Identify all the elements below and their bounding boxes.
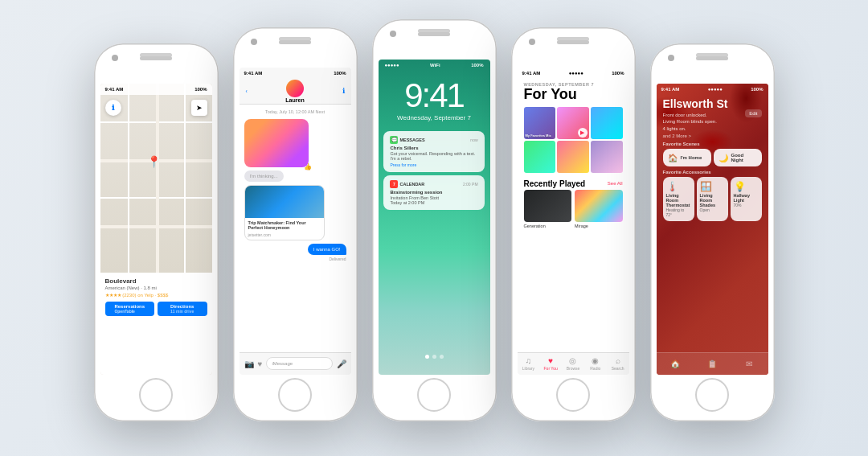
library-icon: ♫	[526, 356, 532, 365]
camera	[112, 55, 118, 61]
tab-radio[interactable]: ◉ Radio	[584, 356, 607, 371]
music-section-title: For You	[524, 87, 623, 103]
accessory-thermostat[interactable]: 🌡️ Living Room Thermostat Heating to 72°	[663, 177, 694, 221]
notif-press-more: Press for more	[390, 162, 477, 167]
music-screen: 9:41 AM ●●●●● 100% WEDNESDAY, SEPTEMBER …	[518, 68, 629, 375]
accessories-grid: 🌡️ Living Room Thermostat Heating to 72°…	[663, 177, 762, 221]
shades-status: Open	[700, 207, 725, 212]
scene-im-home[interactable]: 🏠 I'm Home	[663, 149, 711, 166]
lock-battery: 100%	[471, 63, 483, 68]
accessory-shades[interactable]: 🪟 Living Room Shades Open	[697, 177, 728, 221]
tab-rooms[interactable]: 📋	[694, 359, 731, 368]
home-more[interactable]: and 2 More >	[663, 134, 762, 138]
back-button[interactable]: ‹	[246, 88, 248, 94]
messages-app-icon: 💬	[390, 136, 398, 144]
album-6[interactable]	[591, 141, 623, 173]
accessory-light[interactable]: 💡 Hallway Light 70%	[731, 177, 762, 221]
info-button[interactable]: ℹ	[342, 87, 345, 95]
maps-info-btn[interactable]: ℹ	[105, 100, 121, 116]
heart-icon[interactable]: ♥	[258, 359, 263, 368]
restaurant-rating: ★★★★ (2230) on Yelp · $$$$	[105, 292, 207, 298]
scene-good-night[interactable]: 🌙 Good Night	[714, 149, 762, 166]
recent-item-2[interactable]: Mirage	[575, 190, 623, 230]
light-status: 70%	[734, 203, 759, 207]
camera-icon[interactable]: 📷	[244, 359, 254, 368]
message-input[interactable]: iMessage	[266, 357, 332, 370]
albums-grid: My Favorites Mix ▶	[518, 104, 629, 175]
maps-pin: 📍	[147, 155, 161, 168]
album-3[interactable]	[591, 107, 623, 139]
calendar-app-icon: 7	[390, 180, 398, 188]
speaker	[140, 56, 172, 60]
album-favorites[interactable]: My Favorites Mix	[524, 107, 556, 139]
for-you-label: For You	[544, 366, 558, 371]
for-you-icon: ♥	[548, 356, 553, 365]
notification-calendar[interactable]: 7 CALENDAR 2:00 PM Brainstorming session…	[383, 175, 484, 210]
home-location: Ellsworth St	[663, 98, 762, 110]
tab-for-you[interactable]: ♥ For You	[539, 356, 562, 371]
home-status-bar: 9:41 AM ●●●●● 100%	[657, 84, 768, 95]
favorite-accessories-label: Favorite Accessories	[663, 170, 762, 175]
tab-automation[interactable]: ✉	[731, 359, 768, 368]
shades-icon: 🪟	[700, 181, 725, 192]
mic-icon[interactable]: 🎤	[337, 359, 346, 368]
light-name: Hallway Light	[734, 193, 759, 203]
recent-item-1[interactable]: Generation	[524, 190, 572, 230]
delivered-status: Delivered	[244, 257, 346, 261]
scenes-grid: 🏠 I'm Home 🌙 Good Night	[663, 149, 762, 166]
radio-icon: ◉	[592, 356, 599, 365]
play-button[interactable]: ▶	[578, 128, 588, 138]
search-label: Search	[612, 366, 624, 371]
search-icon: ⌕	[616, 356, 620, 365]
light-icon: 💡	[734, 181, 759, 192]
see-all-button[interactable]: See All	[608, 181, 623, 186]
dot-2	[432, 355, 436, 359]
camera	[390, 31, 396, 37]
restaurant-name: Boulevard	[105, 277, 207, 285]
tab-library[interactable]: ♫ Library	[518, 356, 540, 371]
home-tab-icon: 🏠	[670, 359, 680, 368]
notification-messages[interactable]: 💬 MESSAGES now Chris Sillers Got your vo…	[383, 131, 484, 172]
home-icon: 🏠	[668, 154, 678, 162]
lock-date: Wednesday, September 7	[397, 114, 471, 121]
message-image-container: 👍	[244, 119, 309, 167]
maps-action-buttons: Reservations OpenTable Directions 11 min…	[105, 302, 207, 316]
thermostat-icon: 🌡️	[666, 181, 691, 192]
home-header: Ellsworth St Front door unlocked.Living …	[657, 95, 768, 141]
phone-music: 9:41 AM ●●●●● 100% WEDNESDAY, SEPTEMBER …	[511, 27, 636, 421]
dot-1	[425, 355, 429, 359]
notif-app-calendar: 7 CALENDAR	[390, 180, 424, 188]
maps-screen: 9:41 AM 100% ℹ ➤ 📍 Boulevard American (N…	[100, 84, 212, 375]
recent-name-1: Generation	[524, 222, 572, 230]
tab-home[interactable]: 🏠	[657, 359, 694, 368]
scene-goodnight-label: Good Night	[731, 153, 757, 162]
calendar-app-label: CALENDAR	[399, 182, 424, 187]
music-status-bar: 9:41 AM ●●●●● 100%	[518, 68, 629, 79]
album-2[interactable]: ▶	[557, 107, 589, 139]
music-battery: 100%	[612, 71, 624, 76]
thermostat-status: Heating to 72°	[666, 207, 691, 217]
album-5[interactable]	[557, 141, 589, 173]
phones-container: 9:41 AM 100% ℹ ➤ 📍 Boulevard American (N…	[94, 19, 775, 438]
recent-name-2: Mirage	[575, 222, 623, 230]
directions-button[interactable]: Directions 11 min drive	[158, 302, 207, 316]
home-tab-bar: 🏠 📋 ✉	[657, 352, 768, 375]
dot-3	[440, 355, 444, 359]
tab-search[interactable]: ⌕ Search	[607, 356, 629, 371]
message-photo	[244, 119, 309, 167]
reservations-button[interactable]: Reservations OpenTable	[105, 302, 155, 316]
lock-time: 9:41	[404, 79, 464, 113]
notif-body-messages: Got your voicemail. Responding with a te…	[390, 151, 477, 161]
album-4[interactable]	[524, 141, 556, 173]
maps-location-btn[interactable]: ➤	[191, 100, 207, 116]
phone-lockscreen: ●●●●● WiFi 100% 9:41 Wednesday, Septembe…	[372, 19, 497, 421]
recently-played-header: Recently Played See All	[518, 176, 629, 190]
music-header: WEDNESDAY, SEPTEMBER 7 For You	[518, 79, 629, 105]
messages-app-label: MESSAGES	[399, 138, 424, 142]
like-reaction: 👍	[304, 163, 312, 170]
link-preview[interactable]: Trip Matchmaker: Find Your Perfect Honey…	[244, 185, 325, 240]
tab-browse[interactable]: ◎ Browse	[562, 356, 584, 371]
edit-button[interactable]: Edit	[745, 109, 761, 117]
music-time: 9:41 AM	[522, 71, 541, 76]
home-battery: 100%	[751, 87, 763, 92]
